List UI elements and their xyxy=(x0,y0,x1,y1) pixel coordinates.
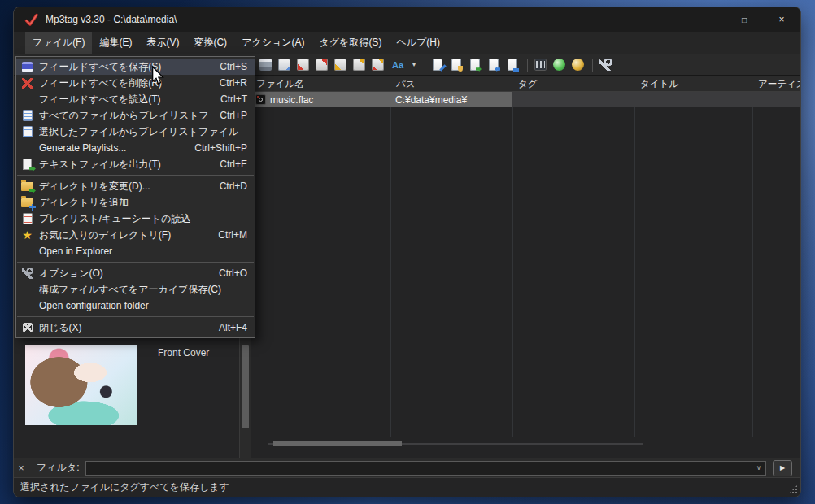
menu-item-shortcut: Ctrl+D xyxy=(220,180,247,192)
playlist-icon xyxy=(20,109,35,122)
tag-paste-icon[interactable] xyxy=(332,57,348,73)
menu-item-open-configuration-folder[interactable]: Open configuration folder xyxy=(16,298,255,314)
text-edit-icon[interactable] xyxy=(429,57,446,73)
blank-icon xyxy=(20,299,35,312)
column-divider xyxy=(512,92,513,437)
tag-panel-scrollbar-thumb[interactable] xyxy=(242,345,249,428)
import-icon[interactable] xyxy=(486,57,502,73)
tag-copy-icon[interactable] xyxy=(313,57,329,73)
column-header-artist[interactable]: アーティスト xyxy=(752,76,800,91)
playlist-icon xyxy=(20,125,35,138)
file-list: ファイル名 パス タグ タイトル アーティスト music.flac C:¥da… xyxy=(251,76,800,458)
menubar-file[interactable]: ファイル(F) xyxy=(25,32,92,54)
menu-item-shortcut: Ctrl+Shift+P xyxy=(194,142,247,154)
web-source-green-icon[interactable] xyxy=(551,57,567,73)
title-bar[interactable]: Mp3tag v3.30 - C:\data\media\ – □ × xyxy=(14,7,800,32)
menu-item-label: テキストファイルを出力(T) xyxy=(39,158,211,172)
menu-item-shortcut: Ctrl+S xyxy=(220,61,247,72)
close-button[interactable]: × xyxy=(763,7,800,32)
status-bar: 選択されたファイルにタグすべてを保存します xyxy=(14,477,800,497)
filter-close-icon[interactable]: × xyxy=(14,463,28,474)
menu-item-read-all-fields[interactable]: フィールドすべてを読込(T) Ctrl+T xyxy=(16,91,255,107)
menu-separator xyxy=(17,262,254,263)
menu-item-open-in-explorer[interactable]: Open in Explorer xyxy=(16,243,255,259)
file-list-header: ファイル名 パス タグ タイトル アーティスト xyxy=(251,76,800,92)
menu-item-label: 構成ファイルすべてをアーカイブ保存(C) xyxy=(39,283,239,297)
menu-separator xyxy=(17,175,254,176)
mouse-cursor xyxy=(150,66,165,85)
columns-icon[interactable] xyxy=(504,57,521,73)
star-icon xyxy=(20,228,35,241)
column-header-title[interactable]: タイトル xyxy=(634,76,752,91)
file-menu-popup: フィールドすべてを保存(S) Ctrl+S フィールドすべてを削除(R) Ctr… xyxy=(15,56,255,338)
resize-grip[interactable] xyxy=(788,484,798,494)
menu-item-close[interactable]: 閉じる(X) Alt+F4 xyxy=(16,319,255,336)
filter-bar: × フィルタ: ∨ ▶ xyxy=(14,458,800,477)
folder-change-icon xyxy=(20,180,35,193)
filter-input[interactable] xyxy=(86,462,752,475)
menubar-edit[interactable]: 編集(E) xyxy=(92,32,139,54)
menu-item-label: 選択したファイルからプレイリストファイルを作成 xyxy=(39,125,239,139)
menu-item-label: オプション(O) xyxy=(39,267,211,280)
menu-item-save-all-fields[interactable]: フィールドすべてを保存(S) Ctrl+S xyxy=(16,59,255,75)
menu-item-shortcut: Ctrl+M xyxy=(218,229,247,241)
cell-path: C:¥data¥media¥ xyxy=(390,92,512,107)
column-header-tag[interactable]: タグ xyxy=(512,76,634,91)
tag-redo-icon[interactable] xyxy=(369,57,386,73)
status-text: 選択されたファイルにタグすべてを保存します xyxy=(20,480,229,494)
menu-item-change-directory[interactable]: ディレクトリを変更(D)... Ctrl+D xyxy=(16,178,255,194)
flac-file-icon xyxy=(255,94,266,105)
menu-item-create-playlist-all[interactable]: すべてのファイルからプレイリストファイルを作成 Ctrl+P xyxy=(16,107,255,124)
close-box-icon xyxy=(20,321,35,334)
menu-item-label: 閉じる(X) xyxy=(39,321,211,335)
horizontal-scrollbar[interactable] xyxy=(268,440,643,448)
menubar-help[interactable]: ヘルプ(H) xyxy=(389,32,447,54)
menu-item-shortcut: Ctrl+R xyxy=(220,77,247,89)
menubar-tag-sources[interactable]: タグを取得(S) xyxy=(312,32,390,54)
tag-undo-icon[interactable] xyxy=(351,57,367,73)
horizontal-scrollbar-thumb[interactable] xyxy=(273,441,402,446)
case-conversion-icon[interactable]: Aa xyxy=(388,57,408,73)
menu-item-remove-all-fields[interactable]: フィールドすべてを削除(R) Ctrl+R xyxy=(16,75,255,91)
menu-item-shortcut: Ctrl+P xyxy=(220,110,247,121)
album-art-image[interactable] xyxy=(25,345,137,425)
maximize-button[interactable]: □ xyxy=(726,7,763,32)
column-header-path[interactable]: パス xyxy=(390,76,512,91)
options-key-icon[interactable] xyxy=(597,57,613,73)
print-preview-icon[interactable] xyxy=(276,57,292,73)
export-icon[interactable] xyxy=(467,57,483,73)
menu-item-label: フィールドすべてを読込(T) xyxy=(39,93,212,106)
minimize-button[interactable]: – xyxy=(688,7,726,32)
tag-cut-icon[interactable] xyxy=(294,57,311,73)
menu-item-label: Open in Explorer xyxy=(39,245,239,257)
menu-bar: ファイル(F) 編集(E) 表示(V) 変換(C) アクション(A) タグを取得… xyxy=(14,32,800,54)
extended-tags-icon[interactable] xyxy=(532,57,548,73)
menu-item-load-playlist-cuesheet[interactable]: プレイリスト/キューシートの読込 xyxy=(16,211,255,227)
playlist-file-icon[interactable] xyxy=(448,57,464,73)
menu-item-add-directory[interactable]: ディレクトリを追加 xyxy=(16,194,255,211)
menu-item-create-playlist-selected[interactable]: 選択したファイルからプレイリストファイルを作成 xyxy=(16,124,255,140)
menu-item-favorite-directories[interactable]: お気に入りのディレクトリ(F) Ctrl+M xyxy=(16,227,255,243)
menu-item-label: ディレクトリを追加 xyxy=(39,196,239,210)
menu-item-generate-playlists[interactable]: Generate Playlists... Ctrl+Shift+P xyxy=(16,140,255,156)
menu-item-archive-configuration[interactable]: 構成ファイルすべてをアーカイブ保存(C) xyxy=(16,281,255,298)
menu-item-export-text-file[interactable]: テキストファイルを出力(T) Ctrl+E xyxy=(16,156,255,172)
toolbar-separator xyxy=(425,59,425,72)
doc-export-icon xyxy=(20,158,35,171)
window-title: Mp3tag v3.30 - C:\data\media\ xyxy=(46,14,177,25)
menubar-convert[interactable]: 変換(C) xyxy=(186,32,234,54)
filter-dropdown-chevron[interactable]: ∨ xyxy=(752,464,765,471)
printer-icon[interactable] xyxy=(257,57,273,73)
mp3tag-logo-icon[interactable] xyxy=(24,13,38,27)
menubar-view[interactable]: 表示(V) xyxy=(139,32,186,54)
case-dropdown-chevron[interactable]: ▾ xyxy=(410,57,418,73)
menu-item-options[interactable]: オプション(O) Ctrl+O xyxy=(16,265,255,281)
desktop: Mp3tag v3.30 - C:\data\media\ – □ × ファイル… xyxy=(0,0,815,504)
filter-apply-button[interactable]: ▶ xyxy=(773,460,792,476)
column-header-filename[interactable]: ファイル名 xyxy=(251,76,390,91)
menu-separator xyxy=(17,316,254,317)
web-source-gold-icon[interactable] xyxy=(569,57,586,73)
menubar-actions[interactable]: アクション(A) xyxy=(234,32,312,54)
blank-icon xyxy=(20,245,35,258)
file-row[interactable]: music.flac C:¥data¥media¥ xyxy=(251,92,800,107)
